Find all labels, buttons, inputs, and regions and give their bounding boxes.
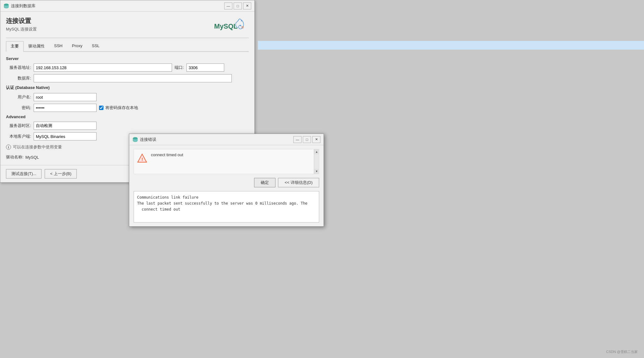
- tab-ssh[interactable]: SSH: [49, 41, 67, 51]
- svg-point-1: [4, 4, 8, 6]
- database-label: 数据库:: [6, 75, 31, 81]
- scroll-down-arrow[interactable]: ▼: [314, 169, 319, 174]
- username-label: 用户名:: [6, 94, 31, 100]
- client-input[interactable]: [34, 132, 97, 140]
- timezone-row: 服务器时区:: [6, 122, 249, 130]
- username-input[interactable]: [34, 93, 97, 101]
- window-main-title: 连接设置: [6, 17, 37, 25]
- error-message-area: ! connect timed out ▲ ▼: [134, 149, 319, 174]
- main-window-title: 连接到数据库: [11, 3, 36, 9]
- error-dialog-icon: [132, 137, 138, 142]
- svg-point-2: [241, 20, 242, 21]
- tab-main[interactable]: 主要: [6, 41, 24, 52]
- svg-text:!: !: [142, 157, 143, 162]
- error-title-bar: 连接错误 — □ ✕: [129, 134, 324, 145]
- error-details-area: Communications link failureThe last pack…: [134, 191, 319, 223]
- tab-driver[interactable]: 驱动属性: [24, 41, 49, 51]
- password-row: 密码: 将密码保存在本地: [6, 104, 249, 112]
- dialog-buttons: 确定 << 详细信息(D): [134, 178, 319, 187]
- password-input[interactable]: [34, 104, 97, 112]
- tab-ssl[interactable]: SSL: [87, 41, 104, 51]
- auth-section-label: 认证 (Database Native): [6, 85, 249, 91]
- username-row: 用户名:: [6, 93, 249, 101]
- error-details-text: Communications link failureThe last pack…: [137, 195, 308, 212]
- svg-text:®: ®: [241, 25, 244, 29]
- back-button[interactable]: < 上一步(B): [45, 169, 77, 179]
- scroll-indicator: ▲ ▼: [314, 149, 319, 174]
- error-dialog: 连接错误 — □ ✕ ! connect timed out ▲ ▼: [129, 134, 324, 227]
- driver-name-label: 驱动名称:: [6, 154, 24, 160]
- client-label: 本地客户端:: [6, 134, 31, 139]
- port-label: 端口:: [175, 65, 184, 70]
- warning-icon: !: [137, 153, 147, 164]
- save-password-row: 将密码保存在本地: [99, 105, 138, 111]
- password-label: 密码:: [6, 105, 31, 111]
- close-button[interactable]: ✕: [243, 3, 251, 9]
- save-password-checkbox[interactable]: [99, 106, 103, 110]
- svg-text:MySQL: MySQL: [214, 22, 238, 30]
- mysql-logo-svg: MySQL ®: [214, 17, 246, 34]
- error-title-left: 连接错误: [132, 137, 156, 142]
- scroll-up-arrow[interactable]: ▲: [314, 149, 319, 154]
- advanced-section-label: Advanced: [6, 114, 249, 119]
- title-bar-left: 连接到数据库: [3, 3, 36, 9]
- port-input[interactable]: [186, 63, 224, 72]
- details-button[interactable]: << 详细信息(D): [278, 178, 319, 187]
- error-content: ! connect timed out ▲ ▼ 确定 << 详细信息(D) Co…: [129, 145, 324, 226]
- svg-point-6: [133, 137, 137, 139]
- watermark: CSDN @雪糕二当家: [606, 350, 638, 354]
- error-dialog-title: 连接错误: [140, 137, 156, 142]
- main-title-bar: 连接到数据库 — □ ✕: [0, 0, 254, 12]
- error-maximize-button[interactable]: □: [303, 136, 311, 143]
- server-section-label: Server: [6, 56, 249, 61]
- test-connection-button[interactable]: 测试连接(T)...: [6, 169, 42, 179]
- save-password-label: 将密码保存在本地: [105, 105, 138, 111]
- window-controls: — □ ✕: [224, 3, 251, 9]
- header-title-section: 连接设置 MySQL 连接设置: [6, 17, 37, 32]
- server-address-input[interactable]: [34, 63, 172, 72]
- blue-highlight-bar: [258, 41, 644, 50]
- error-minimize-button[interactable]: —: [293, 136, 302, 143]
- ok-button[interactable]: 确定: [254, 178, 275, 187]
- header-separator: [6, 38, 249, 38]
- warning-triangle-icon: !: [137, 153, 147, 163]
- info-icon: ℹ: [6, 145, 11, 150]
- window-subtitle: MySQL 连接设置: [6, 26, 37, 32]
- watermark-text: CSDN @雪糕二当家: [606, 350, 638, 354]
- tab-proxy[interactable]: Proxy: [67, 41, 87, 51]
- error-message-text: connect timed out: [151, 152, 316, 157]
- database-icon: [3, 3, 9, 9]
- error-close-button[interactable]: ✕: [312, 136, 320, 143]
- connection-tabs: 主要 驱动属性 SSH Proxy SSL: [6, 41, 249, 52]
- maximize-button[interactable]: □: [234, 3, 242, 9]
- server-address-row: 服务器地址: 端口:: [6, 63, 249, 72]
- database-row: 数据库:: [6, 74, 249, 82]
- driver-name-value: MySQL: [25, 155, 39, 160]
- timezone-label: 服务器时区:: [6, 123, 31, 129]
- error-window-controls: — □ ✕: [293, 136, 320, 143]
- database-input[interactable]: [34, 74, 232, 82]
- server-address-label: 服务器地址:: [6, 65, 31, 70]
- mysql-logo: MySQL ®: [214, 17, 246, 34]
- window-header: 连接设置 MySQL 连接设置 MySQL ®: [6, 17, 249, 34]
- info-text: 可以在连接参数中使用变量: [13, 144, 62, 150]
- minimize-button[interactable]: —: [224, 3, 232, 9]
- timezone-input[interactable]: [34, 122, 97, 130]
